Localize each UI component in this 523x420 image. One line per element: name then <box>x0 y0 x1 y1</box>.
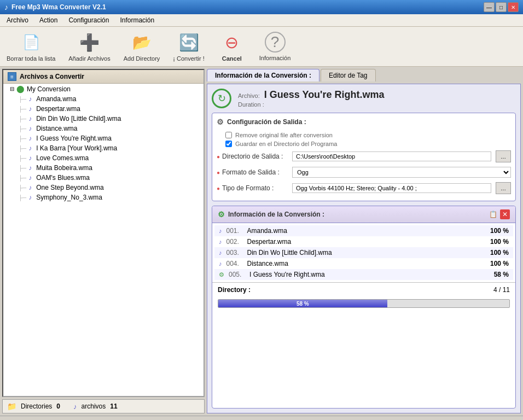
menu-informacion[interactable]: Información <box>115 15 159 25</box>
bottom-stats: Directory : 4 / 11 <box>212 282 515 297</box>
toolbar: 📄 Borrar toda la lista ➕ Añadir Archivos… <box>0 27 523 67</box>
tree-item[interactable]: ├─♪Din Din Wo [Little Child].wma <box>5 114 204 124</box>
tree-item[interactable]: ├─♪Despertar.wma <box>5 104 204 114</box>
music-icon: ♪ <box>219 260 222 267</box>
duration-label: Duration : <box>238 101 264 108</box>
music-note-icon: ♪ <box>28 184 32 191</box>
conv-header-icon: ⚙ <box>218 210 225 219</box>
directorio-label: ● Directorio de Salida : <box>217 153 288 160</box>
conv-close-btn[interactable]: ✕ <box>500 209 510 219</box>
tree-children: ├─♪Amanda.wma├─♪Despertar.wma├─♪Din Din … <box>5 94 204 202</box>
music-note-icon: ♪ <box>28 115 32 122</box>
conv-page-btn[interactable]: 📋 <box>488 209 498 219</box>
convertir-button[interactable]: 🔄 ¡ Convertir ! <box>171 29 206 64</box>
tree-item[interactable]: ├─♪OAM's Blues.wma <box>5 173 204 183</box>
archivo-label: Archivo: <box>238 92 260 99</box>
cancel-button[interactable]: ⊖ Cancel <box>216 29 248 64</box>
status-strip <box>0 416 523 420</box>
remove-original-checkbox[interactable] <box>225 132 232 138</box>
tree-root-item[interactable]: ⊟ ⬤ My Conversion <box>5 84 204 94</box>
config-section: ⚙ Configuración de Salida : Remove origi… <box>212 113 516 201</box>
tree-item[interactable]: ├─♪Symphony_No_3.wma <box>5 192 204 202</box>
informacion-button[interactable]: ? Información <box>257 30 293 63</box>
directories-label: Directories <box>21 402 52 410</box>
tab-conversion-info[interactable]: Información de la Conversión : <box>207 69 319 81</box>
config-title: Configuración de Salida : <box>227 118 306 126</box>
list-item: ♪ 003. Din Din Wo [Little Child].wma 100… <box>214 247 513 258</box>
tipo-input[interactable] <box>292 183 491 193</box>
refresh-icon: ↻ <box>212 89 231 108</box>
archivos-status: ♪ archivos 11 <box>73 402 118 411</box>
archivos-label: archivos <box>82 402 106 410</box>
music-note-icon: ♪ <box>28 135 32 142</box>
add-directory-button[interactable]: 📂 Add Directory <box>121 29 162 64</box>
music-icon: ♪ <box>219 249 222 256</box>
tipo-browse-btn[interactable]: … <box>496 182 511 194</box>
tree-item[interactable]: ├─♪Muita Bobeira.wma <box>5 163 204 173</box>
tree-expand-icon: ⊟ <box>10 86 14 92</box>
tree-item[interactable]: ├─♪Love Comes.wma <box>5 153 204 163</box>
menu-configuracion[interactable]: Configuración <box>64 15 113 25</box>
connector-icon: ├─ <box>19 155 26 161</box>
connector-icon: ├─ <box>19 175 26 181</box>
connector-icon: ├─ <box>19 185 26 191</box>
anadir-icon: ➕ <box>78 31 100 53</box>
conv-section-header: ⚙ Información de la Conversión : 📋 ✕ <box>212 206 515 223</box>
progress-bar-container: 58 % <box>212 297 515 312</box>
tree-item[interactable]: ├─♪One Step Beyond.wma <box>5 183 204 192</box>
connector-icon: ├─ <box>19 106 26 112</box>
directorio-input[interactable] <box>292 151 491 161</box>
music-icon: ♪ <box>219 228 222 234</box>
conversion-info-section: ⚙ Información de la Conversión : 📋 ✕ ♪ 0… <box>212 206 516 409</box>
tree-root-label: My Conversion <box>27 85 71 93</box>
gear-icon: ⚙ <box>217 118 224 126</box>
directorio-browse-btn[interactable]: … <box>496 150 511 162</box>
remove-original-row: Remove original file after conversion <box>217 131 511 139</box>
guardar-checkbox[interactable] <box>225 141 232 147</box>
borrar-button[interactable]: 📄 Borrar toda la lista <box>4 29 57 64</box>
file-list-box: ≡ Archivos a Convertir ⊟ ⬤ My Conversion… <box>2 69 205 397</box>
music-note-icon: ♪ <box>28 144 32 152</box>
convertir-label: ¡ Convertir ! <box>173 55 204 62</box>
right-content: ↻ Archivo: I Guess You're Right.wma Dura… <box>207 84 521 413</box>
file-info: Archivo: I Guess You're Right.wma Durati… <box>238 89 516 108</box>
connector-icon: ├─ <box>19 136 26 142</box>
menu-action[interactable]: Action <box>35 15 62 25</box>
list-item: ♪ 004. Distance.wma 100 % <box>214 258 513 269</box>
list-item: ♪ 001. Amanda.wma 100 % <box>214 225 513 236</box>
main-area: ≡ Archivos a Convertir ⊟ ⬤ My Conversion… <box>0 67 523 416</box>
dot-icon-3: ● <box>217 185 220 191</box>
add-directory-label: Add Directory <box>124 55 160 62</box>
music-note-icon: ♪ <box>28 105 32 113</box>
tree-item[interactable]: ├─♪I Ka Barra [Your Work].wma <box>5 143 204 153</box>
formato-select[interactable]: Ogg <box>292 167 511 178</box>
conv-header-icons: 📋 ✕ <box>488 209 510 219</box>
directories-status: 📁 Directories 0 <box>7 402 60 411</box>
conv-section-title: ⚙ Información de la Conversión : <box>218 210 324 219</box>
connector-icon: ├─ <box>19 165 26 171</box>
tree-item[interactable]: ├─♪Distance.wma <box>5 124 204 133</box>
dot-icon: ● <box>217 154 220 160</box>
remove-original-label: Remove original file after conversion <box>235 132 333 138</box>
file-list-title: Archivos a Convertir <box>20 73 84 80</box>
tipo-row: ● Tipo de Formato : … <box>217 180 511 196</box>
anadir-button[interactable]: ➕ Añadir Archivos <box>66 29 112 64</box>
tree-root-icon: ⬤ <box>16 85 25 93</box>
music-note-icon: ♪ <box>28 194 32 201</box>
guardar-row: Guardar en el Directorio del Programa <box>217 139 511 148</box>
app-icon: ♪ <box>4 3 8 11</box>
restore-button[interactable]: □ <box>496 2 507 12</box>
progress-text: 58 % <box>297 301 309 307</box>
music-icon-status: ♪ <box>73 402 77 411</box>
tree-item[interactable]: ├─♪Amanda.wma <box>5 94 204 104</box>
menu-archivo[interactable]: Archivo <box>2 15 33 25</box>
tab-tag-editor[interactable]: Editor de Tag <box>321 69 376 81</box>
minimize-button[interactable]: — <box>484 2 495 12</box>
archivos-count: 11 <box>110 402 117 410</box>
close-button[interactable]: ✕ <box>508 2 519 12</box>
connector-icon: ├─ <box>19 116 26 122</box>
status-bar-left: 📁 Directories 0 ♪ archivos 11 <box>2 399 205 413</box>
tree-item[interactable]: ├─♪I Guess You're Right.wma <box>5 133 204 143</box>
guardar-label: Guardar en el Directorio del Programa <box>235 141 337 147</box>
informacion-icon: ? <box>265 32 286 52</box>
